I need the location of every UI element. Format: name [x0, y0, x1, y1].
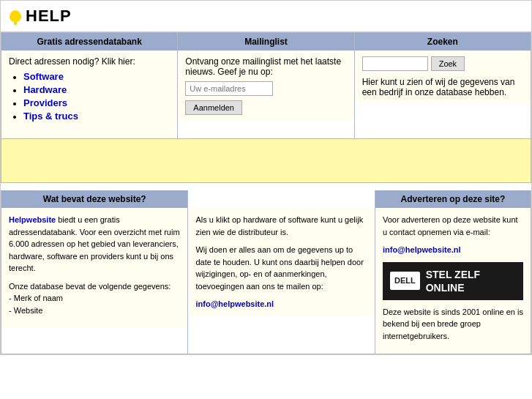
info-body: Als u klikt op hardware of software kunt…	[188, 208, 374, 316]
list-item: Tips & trucs	[23, 111, 170, 122]
list-item: Hardware	[23, 84, 170, 95]
page-title: HELP	[26, 7, 72, 26]
subscribe-button[interactable]: Aanmelden	[185, 100, 242, 115]
address-db-header: Gratis adressendatabank	[1, 33, 177, 51]
helpwebsite-link[interactable]: Helpwebsite	[9, 215, 56, 224]
advertise-col: Adverteren op deze site? Voor adverteren…	[375, 190, 531, 354]
software-link[interactable]: Software	[23, 71, 64, 82]
email-input[interactable]	[185, 81, 273, 96]
advertise-header: Adverteren op deze site?	[375, 190, 531, 208]
mailing-header: Mailinglist	[178, 33, 353, 51]
list-item: Software	[23, 71, 170, 82]
page-header: HELP	[1, 1, 531, 32]
bottom-section: Wat bevat deze website? Helpwebsite bied…	[1, 190, 531, 354]
info-col: . Als u klikt op hardware of software ku…	[188, 190, 375, 354]
mailing-col: Mailinglist Ontvang onze mailinglist met…	[178, 33, 354, 138]
address-db-intro: Direct adressen nodig? Klik hier:	[9, 56, 135, 67]
info-text2: Wij doen er alles aan om de gegevens up …	[195, 244, 367, 292]
about-body: Helpwebsite biedt u een gratis adressend…	[1, 208, 187, 328]
search-input[interactable]	[362, 56, 428, 71]
about-text1: Helpwebsite biedt u een gratis adressend…	[9, 214, 180, 275]
advertise-body: Voor adverteren op deze website kunt u c…	[375, 208, 531, 354]
tips-link[interactable]: Tips & trucs	[23, 111, 78, 122]
dell-line2: ONLINE	[426, 281, 480, 294]
search-button[interactable]: Zoek	[431, 56, 465, 71]
top-section: Gratis adressendatabank Direct adressen …	[1, 32, 531, 139]
dell-text: STEL ZELF ONLINE	[426, 268, 480, 294]
about-header: Wat bevat deze website?	[1, 190, 187, 208]
search-row: Zoek	[362, 56, 523, 71]
search-header: Zoeken	[355, 33, 531, 51]
dell-banner: DELL STEL ZELF ONLINE	[383, 262, 523, 300]
search-description: Hier kunt u zien of wij de gegevens van …	[362, 77, 515, 97]
about-text2: Onze database bevat de volgende gegevens…	[9, 280, 180, 317]
advertise-email-link[interactable]: info@helpwebsite.nl	[383, 244, 523, 256]
advertise-text2: Deze website is sinds 2001 online en is …	[383, 306, 523, 343]
search-col: Zoeken Zoek Hier kunt u zien of wij de g…	[355, 33, 531, 138]
yellow-banner	[1, 139, 531, 183]
search-body: Zoek Hier kunt u zien of wij de gegevens…	[355, 51, 531, 103]
address-db-col: Gratis adressendatabank Direct adressen …	[1, 33, 178, 138]
help-icon	[10, 10, 21, 22]
advertise-text1: Voor adverteren op deze website kunt u c…	[383, 214, 523, 238]
dell-logo: DELL	[390, 272, 420, 290]
address-db-body: Direct adressen nodig? Klik hier: Softwa…	[1, 51, 177, 138]
info-text1: Als u klikt op hardware of software kunt…	[195, 214, 367, 238]
dell-line1: STEL ZELF	[426, 268, 480, 281]
about-col: Wat bevat deze website? Helpwebsite bied…	[1, 190, 188, 354]
info-email-link[interactable]: info@helpwebsite.nl	[195, 299, 274, 308]
providers-link[interactable]: Providers	[23, 97, 67, 108]
mailing-text: Ontvang onze mailinglist met het laatste…	[185, 56, 341, 77]
hardware-link[interactable]: Hardware	[23, 84, 67, 95]
list-item: Providers	[23, 97, 170, 108]
category-list: Software Hardware Providers Tips & trucs	[9, 71, 170, 122]
mailing-body: Ontvang onze mailinglist met het laatste…	[178, 51, 353, 121]
